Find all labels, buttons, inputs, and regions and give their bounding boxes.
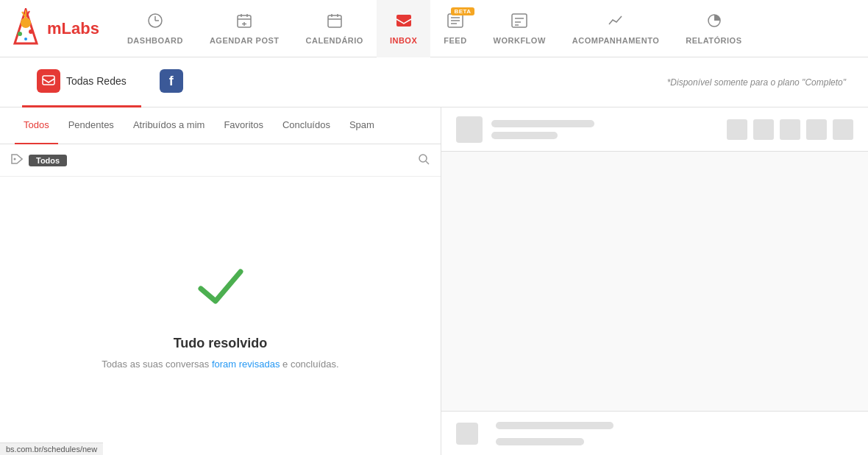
subtitle-before: Todas as suas conversas <box>102 359 212 370</box>
nav-label-acompanhamento: ACOMPANHAMENTO <box>572 36 659 45</box>
svg-point-4 <box>24 38 27 40</box>
svg-point-33 <box>419 155 427 162</box>
nav-item-dashboard[interactable]: DASHBOARD <box>114 0 196 57</box>
svg-rect-17 <box>328 15 341 27</box>
placeholder-lines-bottom <box>496 422 853 445</box>
agendar-post-icon <box>236 13 252 33</box>
nav-label-calendario: CALENDÁRIO <box>306 36 363 45</box>
nav-label-relatorios: RELATÓRIOS <box>686 36 741 45</box>
todas-redes-icon <box>37 69 60 93</box>
plan-notice: *Disponível somente para o plano "Comple… <box>667 77 846 88</box>
todas-redes-label: Todas Redes <box>66 75 127 87</box>
check-icon <box>195 263 246 321</box>
placeholder-line-bottom-2 <box>496 438 584 445</box>
top-navigation: mLabs DASHBOARD AGENDAR POST CALENDÁRIO <box>0 0 868 57</box>
network-tab-todas-redes[interactable]: Todas Redes <box>22 57 141 107</box>
left-panel: Todos Pendentes Atribuídos a mim Favorit… <box>0 107 441 455</box>
acompanhamento-icon <box>607 13 625 33</box>
placeholder-lines-top <box>491 120 727 139</box>
tag-icon <box>11 154 23 166</box>
nav-label-dashboard: DASHBOARD <box>127 36 183 45</box>
placeholder-actions <box>727 119 853 140</box>
feed-icon <box>447 13 464 33</box>
svg-point-3 <box>29 29 33 34</box>
nav-item-workflow[interactable]: WORKFLOW <box>480 0 559 57</box>
subtitle-after: e concluídas. <box>280 359 338 370</box>
action-btn-5[interactable] <box>833 119 853 140</box>
nav-item-feed[interactable]: BETA FEED <box>430 0 480 57</box>
svg-point-32 <box>14 158 16 161</box>
nav-item-agendar-post[interactable]: AGENDAR POST <box>196 0 293 57</box>
nav-label-agendar-post: AGENDAR POST <box>210 36 280 45</box>
dashboard-icon <box>146 13 164 33</box>
filter-tab-atribuidos[interactable]: Atribuídos a mim <box>124 107 214 144</box>
filter-tab-pendentes[interactable]: Pendentes <box>60 107 123 144</box>
calendario-icon <box>327 13 343 33</box>
svg-point-1 <box>21 18 31 28</box>
nav-item-acompanhamento[interactable]: ACOMPANHAMENTO <box>559 0 672 57</box>
right-bottom-bar <box>441 411 868 455</box>
svg-point-2 <box>18 32 22 36</box>
svg-rect-26 <box>512 14 527 27</box>
empty-title: Tudo resolvido <box>174 336 268 351</box>
filter-tabs: Todos Pendentes Atribuídos a mim Favorit… <box>0 107 441 144</box>
nav-item-relatorios[interactable]: RELATÓRIOS <box>672 0 755 57</box>
filter-tab-favoritos-label: Favoritos <box>224 119 263 130</box>
placeholder-avatar-top <box>456 116 483 143</box>
url-bar: bs.com.br/schedules/new <box>0 442 103 455</box>
facebook-icon: f <box>160 69 183 93</box>
placeholder-line-1 <box>491 120 594 127</box>
right-top-bar <box>441 107 868 152</box>
filter-tab-favoritos[interactable]: Favoritos <box>215 107 271 144</box>
filter-tab-pendentes-label: Pendentes <box>68 119 114 130</box>
tag-bar: Todos <box>0 144 441 177</box>
inbox-icon <box>395 13 413 33</box>
action-btn-4[interactable] <box>806 119 827 140</box>
network-tabs: Todas Redes f *Disponível somente para o… <box>0 57 868 107</box>
filter-tab-spam-label: Spam <box>349 119 374 130</box>
filter-tab-todos[interactable]: Todos <box>15 107 58 144</box>
action-btn-1[interactable] <box>727 119 747 140</box>
filter-tab-concluidos-label: Concluídos <box>282 119 330 130</box>
logo[interactable]: mLabs <box>7 8 99 49</box>
nav-label-workflow: WORKFLOW <box>494 36 546 45</box>
main-content: Todos Pendentes Atribuídos a mim Favorit… <box>0 107 868 455</box>
placeholder-avatar-bottom <box>456 423 478 445</box>
logo-text: mLabs <box>47 19 99 38</box>
empty-state: Tudo resolvido Todas as suas conversas f… <box>0 177 441 455</box>
workflow-icon <box>511 13 528 33</box>
nav-items: DASHBOARD AGENDAR POST CALENDÁRIO INBOX <box>114 0 861 57</box>
nav-label-feed: FEED <box>444 36 466 45</box>
action-btn-2[interactable] <box>753 119 774 140</box>
placeholder-line-bottom-1 <box>496 422 613 429</box>
filter-tab-todos-label: Todos <box>24 119 49 130</box>
subtitle-link[interactable]: foram revisadas <box>212 359 280 370</box>
nav-item-inbox[interactable]: INBOX <box>377 0 430 57</box>
action-btn-3[interactable] <box>780 119 800 140</box>
empty-subtitle: Todas as suas conversas foram revisadas … <box>102 359 338 370</box>
relatorios-icon <box>705 13 722 33</box>
network-tab-facebook[interactable]: f <box>145 57 204 107</box>
filter-tab-spam[interactable]: Spam <box>341 107 383 144</box>
right-content-area <box>441 152 868 411</box>
svg-line-34 <box>426 161 429 164</box>
right-panel <box>441 107 868 455</box>
beta-badge: BETA <box>451 7 474 15</box>
search-icon[interactable] <box>418 153 430 168</box>
nav-item-calendario[interactable]: CALENDÁRIO <box>293 0 377 57</box>
filter-tab-concluidos[interactable]: Concluídos <box>274 107 339 144</box>
placeholder-line-2 <box>491 132 558 139</box>
filter-tab-atribuidos-label: Atribuídos a mim <box>133 119 205 130</box>
nav-label-inbox: INBOX <box>390 36 417 45</box>
tag-badge: Todos <box>29 155 67 166</box>
